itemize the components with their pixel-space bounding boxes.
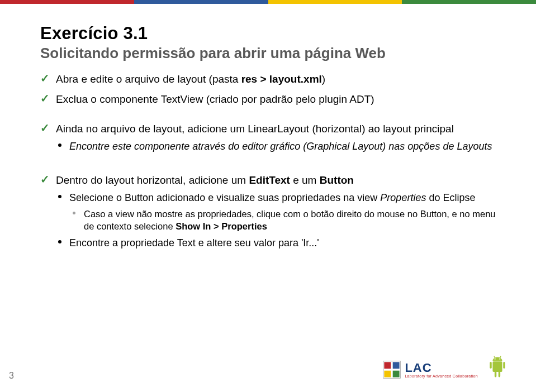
text: Exclua o componente TextView (criado por… xyxy=(56,93,374,105)
svg-rect-7 xyxy=(503,362,505,369)
text: Selecione o Button adicionado e visualiz… xyxy=(69,192,380,203)
slide-title: Exercício 3.1 xyxy=(40,23,499,44)
bullet-item: ✓ Abra e edite o arquivo de layout (past… xyxy=(40,72,499,87)
sub-bullet-item: Selecione o Button adicionado e visualiz… xyxy=(40,191,499,204)
text: Caso a view não mostre as propriedades, … xyxy=(84,209,496,231)
bullet-item: ✓ Ainda no arquivo de layout, adicione u… xyxy=(40,122,499,136)
svg-rect-0 xyxy=(385,362,391,369)
text: Encontre este componente através do edit… xyxy=(69,141,492,152)
spacer xyxy=(40,106,499,116)
bullet-item: ✓ Dentro do layout horizontal, adicione … xyxy=(40,173,499,188)
lac-mark-icon xyxy=(382,360,401,379)
lac-logo-tagline: Laboratory for Advanced Collaboration xyxy=(405,374,478,378)
top-color-bar xyxy=(0,0,536,4)
lac-logo-text: LAC Laboratory for Advanced Collaboratio… xyxy=(405,362,478,378)
bar-segment-green xyxy=(402,0,536,4)
sub-bullet-item: Encontre este componente através do edit… xyxy=(40,140,499,153)
svg-point-13 xyxy=(499,358,500,360)
bar-segment-blue xyxy=(134,0,268,4)
check-icon: ✓ xyxy=(40,73,50,83)
text-bold: EditText xyxy=(249,174,290,186)
text-bold: res > layout.xml xyxy=(241,73,322,85)
svg-rect-6 xyxy=(490,362,491,369)
bullet-dot-icon xyxy=(73,212,75,214)
text-italic: Properties xyxy=(380,192,426,203)
android-icon xyxy=(486,355,509,384)
svg-point-12 xyxy=(495,358,496,360)
svg-rect-9 xyxy=(499,371,500,377)
text-bold: Show In > Properties xyxy=(175,221,267,231)
svg-rect-1 xyxy=(393,362,400,369)
bullet-dot-icon xyxy=(58,195,61,198)
sub-bullet-item: Encontre a propriedade Text e altere seu… xyxy=(40,236,499,250)
text: Dentro do layout horizontal, adicione um xyxy=(56,174,249,186)
bullet-dot-icon xyxy=(58,240,61,243)
text: e um xyxy=(290,174,320,186)
svg-rect-8 xyxy=(495,371,496,377)
svg-rect-5 xyxy=(492,361,502,372)
sub-sub-bullet-item: Caso a view não mostre as propriedades, … xyxy=(40,208,499,233)
text: Encontre a propriedade Text e altere seu… xyxy=(69,237,319,248)
lac-logo: LAC Laboratory for Advanced Collaboratio… xyxy=(382,360,478,379)
text: Abra e edite o arquivo de layout (pasta xyxy=(56,73,241,85)
bullet-dot-icon xyxy=(58,144,61,147)
spacer xyxy=(40,153,499,168)
check-icon: ✓ xyxy=(40,123,50,133)
lac-logo-name: LAC xyxy=(405,362,478,374)
text: do Eclipse xyxy=(426,192,475,203)
bar-segment-red xyxy=(0,0,134,4)
slide: Exercício 3.1 Solicitando permissão para… xyxy=(0,0,536,392)
content-area: Exercício 3.1 Solicitando permissão para… xyxy=(40,23,499,250)
text: ) xyxy=(322,73,325,85)
text: Ainda no arquivo de layout, adicione um … xyxy=(56,123,454,135)
text-bold: Button xyxy=(320,174,354,186)
slide-body: ✓ Abra e edite o arquivo de layout (past… xyxy=(40,72,499,250)
bullet-item: ✓ Exclua o componente TextView (criado p… xyxy=(40,92,499,107)
slide-subtitle: Solicitando permissão para abrir uma pág… xyxy=(40,45,499,62)
check-icon: ✓ xyxy=(40,93,50,103)
bar-segment-yellow xyxy=(268,0,402,4)
footer-logos: LAC Laboratory for Advanced Collaboratio… xyxy=(382,355,509,384)
check-icon: ✓ xyxy=(40,174,50,184)
page-number: 3 xyxy=(9,371,14,381)
svg-rect-3 xyxy=(393,371,400,377)
svg-rect-2 xyxy=(385,371,391,377)
